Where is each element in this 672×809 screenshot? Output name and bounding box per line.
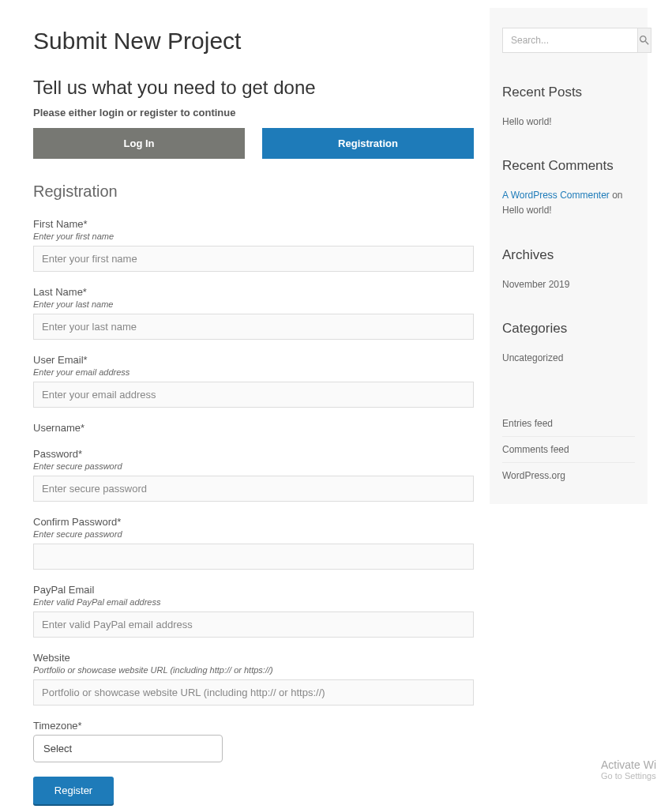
widget-archives: Archives November 2019 [502, 247, 635, 292]
widget-recent-comments: Recent Comments A WordPress Commenter on… [502, 158, 635, 218]
watermark-line2: Go to Settings [601, 771, 656, 781]
field-timezone: Timezone* Select [33, 720, 474, 762]
category-item[interactable]: Uncategorized [502, 351, 635, 366]
meta-comments-feed[interactable]: Comments feed [502, 436, 635, 462]
label-timezone: Timezone* [33, 720, 474, 732]
widget-title-archives: Archives [502, 247, 635, 263]
watermark-line1: Activate Wi [601, 758, 656, 771]
label-confirm-password: Confirm Password* [33, 516, 474, 528]
sidebar: Recent Posts Hello world! Recent Comment… [490, 8, 648, 403]
field-password: Password* Enter secure password [33, 448, 474, 502]
widget-title-recent-posts: Recent Posts [502, 85, 635, 100]
search-widget [502, 28, 635, 53]
widget-title-recent-comments: Recent Comments [502, 158, 635, 174]
widget-recent-posts: Recent Posts Hello world! [502, 85, 635, 130]
help-password: Enter secure password [33, 461, 474, 471]
register-button[interactable]: Register [33, 777, 114, 804]
input-user-email[interactable] [33, 382, 474, 408]
help-paypal-email: Enter valid PayPal email address [33, 597, 474, 607]
windows-activation-watermark: Activate Wi Go to Settings [601, 758, 656, 781]
label-username: Username* [33, 422, 474, 434]
input-password[interactable] [33, 476, 474, 502]
help-first-name: Enter your first name [33, 231, 474, 241]
label-website: Website [33, 652, 474, 664]
page-title: Submit New Project [33, 28, 474, 55]
field-confirm-password: Confirm Password* Enter secure password [33, 516, 474, 570]
search-icon [638, 34, 651, 47]
widget-categories: Categories Uncategorized [502, 321, 635, 366]
search-button[interactable] [638, 28, 651, 53]
meta-entries-feed[interactable]: Entries feed [502, 411, 635, 436]
help-confirm-password: Enter secure password [33, 529, 474, 539]
commenter-link[interactable]: A WordPress Commenter [502, 190, 610, 201]
input-confirm-password[interactable] [33, 544, 474, 570]
page-subtitle: Tell us what you need to get done [33, 77, 474, 99]
field-user-email: User Email* Enter your email address [33, 354, 474, 408]
widget-meta: Entries feed Comments feed WordPress.org [490, 403, 648, 504]
label-password: Password* [33, 448, 474, 460]
widget-title-categories: Categories [502, 321, 635, 337]
field-last-name: Last Name* Enter your last name [33, 286, 474, 340]
label-last-name: Last Name* [33, 286, 474, 298]
meta-wordpress-org[interactable]: WordPress.org [502, 462, 635, 488]
field-first-name: First Name* Enter your first name [33, 218, 474, 272]
field-paypal-email: PayPal Email Enter valid PayPal email ad… [33, 584, 474, 638]
main-content: Submit New Project Tell us what you need… [0, 0, 474, 809]
select-timezone-value: Select [43, 743, 72, 754]
tab-registration[interactable]: Registration [262, 128, 474, 159]
input-last-name[interactable] [33, 314, 474, 340]
archive-item[interactable]: November 2019 [502, 277, 635, 292]
help-user-email: Enter your email address [33, 367, 474, 377]
input-website[interactable] [33, 679, 474, 706]
search-input[interactable] [502, 28, 638, 53]
tab-login[interactable]: Log In [33, 128, 245, 159]
recent-comment-item: A WordPress Commenter on Hello world! [502, 188, 635, 218]
select-timezone[interactable]: Select [33, 735, 223, 762]
help-website: Portfolio or showcase website URL (inclu… [33, 665, 474, 675]
field-website: Website Portfolio or showcase website UR… [33, 652, 474, 706]
recent-post-item[interactable]: Hello world! [502, 115, 635, 130]
login-instruction: Please either login or register to conti… [33, 107, 474, 119]
help-last-name: Enter your last name [33, 299, 474, 309]
field-username: Username* [33, 422, 474, 434]
input-first-name[interactable] [33, 246, 474, 272]
label-user-email: User Email* [33, 354, 474, 366]
label-first-name: First Name* [33, 218, 474, 230]
label-paypal-email: PayPal Email [33, 584, 474, 596]
section-title-registration: Registration [33, 182, 474, 201]
auth-tabs: Log In Registration [33, 128, 474, 159]
input-paypal-email[interactable] [33, 611, 474, 638]
